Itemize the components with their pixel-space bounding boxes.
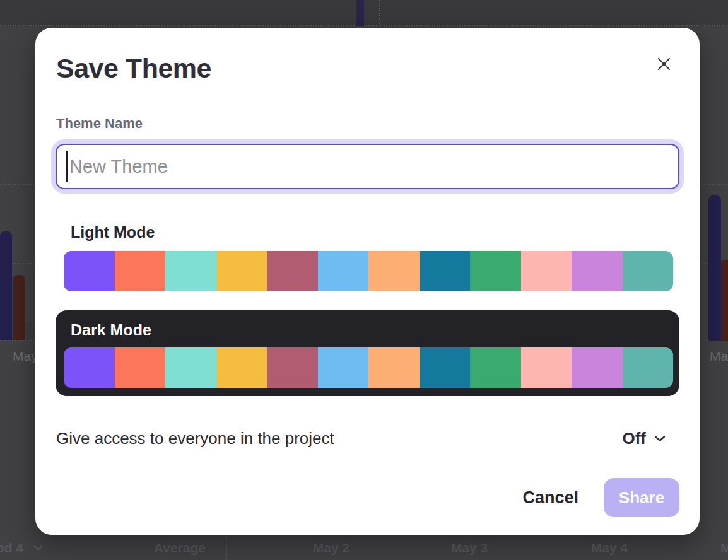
cancel-button[interactable]: Cancel: [522, 488, 578, 508]
palette-swatch: [216, 251, 267, 291]
chart-bar-top-indigo: [356, 0, 364, 26]
text-cursor: [66, 151, 68, 182]
dark-mode-label: Dark Mode: [71, 321, 151, 339]
palette-swatch: [623, 251, 674, 291]
palette-swatch: [420, 347, 471, 388]
x-axis-label-partial: M: [720, 540, 728, 556]
palette-swatch: [267, 251, 318, 291]
dialog-title: Save Theme: [56, 53, 211, 84]
palette-swatch: [64, 251, 115, 291]
x-axis-label-average: Average: [148, 540, 211, 556]
palette-swatch: [165, 251, 216, 291]
chart-bar-maroon-right: [721, 260, 728, 341]
palette-swatch: [572, 251, 623, 291]
palette-swatch: [368, 347, 420, 388]
period-dropdown[interactable]: od 4: [0, 540, 43, 556]
close-icon: [657, 57, 671, 71]
x-axis-label-may4: May 4: [578, 540, 641, 556]
chart-bar-gray-left: [26, 322, 34, 340]
x-axis-label-may3: May 3: [438, 540, 501, 556]
palette-swatch: [318, 251, 369, 291]
access-dropdown[interactable]: Off: [622, 429, 666, 448]
palette-swatch: [420, 251, 471, 291]
palette-swatch: [470, 251, 521, 291]
chart-bar-maroon-left: [13, 275, 25, 340]
save-theme-dialog: Save Theme Theme Name Light Mode Dark Mo…: [35, 28, 700, 535]
close-button[interactable]: [654, 54, 674, 74]
palette-swatch: [165, 347, 216, 388]
dark-mode-preview: Dark Mode: [56, 310, 679, 396]
light-mode-palette: [64, 251, 673, 291]
chart-top-band: [0, 0, 728, 26]
chevron-down-icon: [33, 545, 43, 551]
access-dropdown-value: Off: [622, 429, 646, 448]
theme-name-label: Theme Name: [56, 115, 143, 132]
share-button[interactable]: Share: [604, 478, 679, 517]
palette-swatch: [115, 251, 166, 291]
palette-swatch: [368, 251, 420, 291]
light-mode-label: Light Mode: [71, 223, 155, 242]
chevron-down-icon: [654, 435, 666, 442]
palette-swatch: [115, 347, 166, 388]
dark-mode-palette: [64, 347, 673, 388]
palette-swatch: [623, 347, 674, 388]
x-axis-row: od 4 Average May 2 May 3 May 4 M: [0, 539, 728, 560]
theme-name-input-wrap: [56, 144, 679, 189]
period-label: od 4: [0, 540, 23, 556]
palette-swatch: [572, 347, 623, 388]
palette-swatch: [64, 347, 115, 388]
axis-label-may-right: Ma: [710, 349, 728, 364]
palette-swatch: [318, 347, 369, 388]
access-label: Give access to everyone in the project: [56, 429, 334, 448]
palette-swatch: [216, 347, 267, 388]
palette-swatch: [521, 251, 572, 291]
x-axis-label-may2: May 2: [300, 540, 363, 556]
chart-dashed-vline-top: [379, 0, 380, 26]
palette-swatch: [470, 347, 521, 388]
palette-swatch: [267, 347, 318, 388]
axis-label-may-left: May: [13, 349, 38, 364]
palette-swatch: [521, 347, 572, 388]
dialog-actions: Cancel Share: [522, 478, 679, 517]
chart-bar-navy-left: [0, 231, 12, 340]
theme-name-input[interactable]: [56, 144, 679, 189]
chart-bar-navy-right: [708, 195, 721, 341]
